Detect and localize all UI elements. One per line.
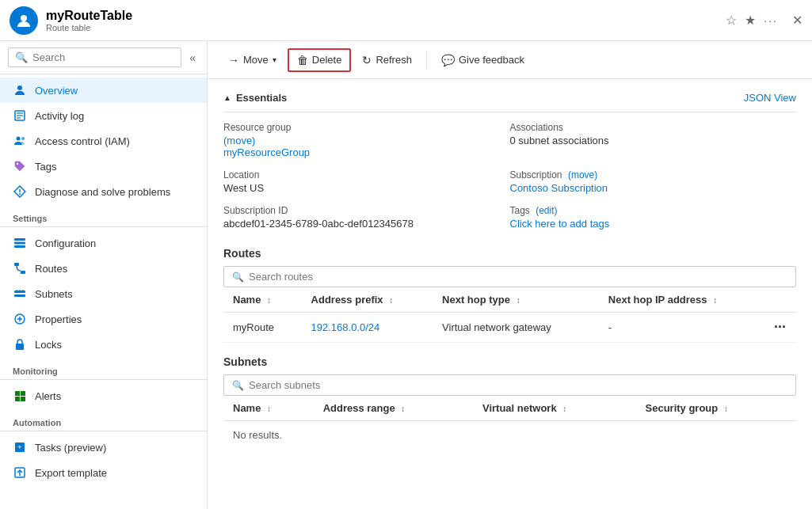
routes-col-hop-type: Next hop type ↕	[433, 287, 599, 313]
sort-icon[interactable]: ↕	[562, 405, 566, 413]
star-icon[interactable]: ★	[745, 13, 756, 28]
sidebar-item-tasks[interactable]: + Tasks (preview)	[0, 435, 207, 460]
refresh-label: Refresh	[376, 54, 412, 66]
sort-icon[interactable]: ↕	[267, 296, 271, 305]
essentials-subscription-id: Subscription ID abcdef01-2345-6789-0abc-…	[223, 205, 510, 230]
sidebar-collapse-button[interactable]: «	[186, 51, 199, 64]
toolbar: → Move ▾ 🗑 Delete ↻ Refresh 💬 Give feedb…	[208, 41, 812, 79]
sort-icon[interactable]: ↕	[713, 296, 717, 305]
person-avatar-icon	[16, 13, 32, 28]
move-label: Move	[243, 54, 269, 66]
address-prefix-link[interactable]: 192.168.0.0/24	[311, 321, 380, 333]
subnets-col-security: Security group ↕	[636, 396, 797, 421]
route-actions-cell: ···	[764, 313, 796, 343]
main-layout: 🔍 « Overview	[0, 41, 812, 509]
sidebar-item-label: Locks	[35, 339, 62, 351]
svg-point-0	[21, 15, 27, 21]
table-row: myRoute 192.168.0.0/24 Virtual network g…	[223, 313, 796, 343]
essentials-header: ▲ Essentials JSON View	[223, 92, 796, 104]
activity-log-icon	[13, 108, 27, 123]
sort-icon[interactable]: ↕	[401, 405, 405, 413]
routes-col-name: Name ↕	[223, 287, 302, 313]
resource-group-link[interactable]: myResourceGroup	[223, 146, 310, 158]
alerts-icon	[13, 389, 27, 403]
refresh-button[interactable]: ↻ Refresh	[354, 50, 420, 70]
sidebar-item-configuration[interactable]: Configuration	[0, 230, 207, 256]
sidebar-item-label: Configuration	[35, 237, 96, 249]
feedback-label: Give feedback	[459, 54, 524, 66]
move-subscription-link[interactable]: (move)	[568, 169, 597, 180]
delete-icon: 🗑	[297, 54, 308, 66]
sort-icon[interactable]: ↕	[724, 405, 728, 413]
sidebar-item-label: Activity log	[35, 110, 84, 122]
sidebar-item-subnets[interactable]: Subnets	[0, 281, 207, 306]
move-arrow-icon: →	[228, 54, 239, 66]
sidebar-item-properties[interactable]: Properties	[0, 306, 207, 332]
diagnose-icon	[13, 184, 27, 199]
essentials-section: ▲ Essentials JSON View Resource group (m…	[223, 92, 796, 241]
sidebar-item-access-control[interactable]: Access control (IAM)	[0, 128, 207, 154]
svg-point-6	[17, 137, 21, 141]
essentials-title[interactable]: ▲ Essentials	[223, 92, 287, 104]
toolbar-divider	[426, 51, 427, 70]
sidebar-search-input[interactable]	[32, 51, 174, 63]
settings-section-label: Settings	[0, 204, 207, 226]
move-resource-group-link[interactable]: (move)	[223, 135, 255, 146]
sidebar-item-label: Tags	[35, 161, 56, 173]
configuration-icon	[13, 236, 27, 250]
move-button[interactable]: → Move ▾	[220, 50, 284, 70]
essentials-label: Resource group	[223, 122, 494, 133]
sidebar-item-routes[interactable]: Routes	[0, 256, 207, 281]
essentials-title-text: Essentials	[236, 92, 287, 104]
sidebar-item-activity-log[interactable]: Activity log	[0, 103, 207, 128]
svg-rect-26	[15, 397, 20, 401]
sidebar-item-label: Tasks (preview)	[35, 442, 106, 454]
routes-search-input[interactable]	[249, 271, 787, 283]
sort-icon[interactable]: ↕	[517, 296, 520, 305]
sidebar-search-box: 🔍	[8, 47, 181, 67]
subscription-link[interactable]: Contoso Subscription	[510, 182, 608, 194]
add-tags-link[interactable]: Click here to add tags	[510, 218, 610, 230]
svg-point-1	[17, 85, 22, 90]
app-title: myRouteTable	[46, 9, 726, 23]
row-more-button[interactable]: ···	[774, 319, 786, 335]
sort-icon[interactable]: ↕	[267, 405, 271, 413]
lock-icon	[13, 337, 27, 351]
star-outline-icon[interactable]: ☆	[726, 13, 737, 28]
edit-tags-link[interactable]: (edit)	[536, 205, 557, 216]
feedback-button[interactable]: 💬 Give feedback	[433, 50, 532, 70]
chevron-up-icon: ▲	[223, 93, 231, 102]
json-view-link[interactable]: JSON View	[744, 92, 796, 104]
essentials-label: Tags (edit)	[510, 205, 781, 216]
svg-text:+: +	[17, 443, 21, 451]
svg-point-10	[19, 193, 21, 195]
routes-section-title: Routes	[223, 247, 796, 260]
sidebar-item-tags[interactable]: Tags	[0, 154, 207, 179]
more-icon[interactable]: ···	[764, 14, 778, 27]
essentials-resource-group: Resource group (move) myResourceGroup	[223, 122, 510, 158]
routes-table: Name ↕ Address prefix ↕ Next hop type ↕	[223, 287, 796, 343]
essentials-value: (move) myResourceGroup	[223, 135, 494, 158]
essentials-location: Location West US	[223, 169, 510, 194]
route-address-cell: 192.168.0.0/24	[302, 313, 433, 343]
svg-rect-12	[14, 242, 25, 245]
subnets-search-input[interactable]	[249, 379, 787, 391]
close-button[interactable]: ✕	[792, 13, 802, 28]
sidebar-item-export[interactable]: Export template	[0, 460, 207, 485]
sidebar-item-diagnose[interactable]: Diagnose and solve problems	[0, 179, 207, 204]
sidebar-item-alerts[interactable]: Alerts	[0, 383, 207, 408]
properties-icon	[13, 312, 27, 326]
sidebar: 🔍 « Overview	[0, 41, 208, 509]
move-dropdown-icon: ▾	[273, 55, 276, 64]
svg-point-8	[17, 163, 18, 165]
avatar	[10, 6, 38, 35]
route-hop-type-cell: Virtual network gateway	[433, 313, 599, 343]
sidebar-item-locks[interactable]: Locks	[0, 332, 207, 357]
routes-icon	[13, 261, 27, 275]
search-icon: 🔍	[15, 51, 28, 63]
delete-button[interactable]: 🗑 Delete	[288, 48, 352, 72]
sidebar-item-label: Access control (IAM)	[35, 135, 130, 147]
sort-icon[interactable]: ↕	[389, 296, 393, 305]
main-content: → Move ▾ 🗑 Delete ↻ Refresh 💬 Give feedb…	[208, 41, 812, 509]
sidebar-item-overview[interactable]: Overview	[0, 78, 207, 103]
